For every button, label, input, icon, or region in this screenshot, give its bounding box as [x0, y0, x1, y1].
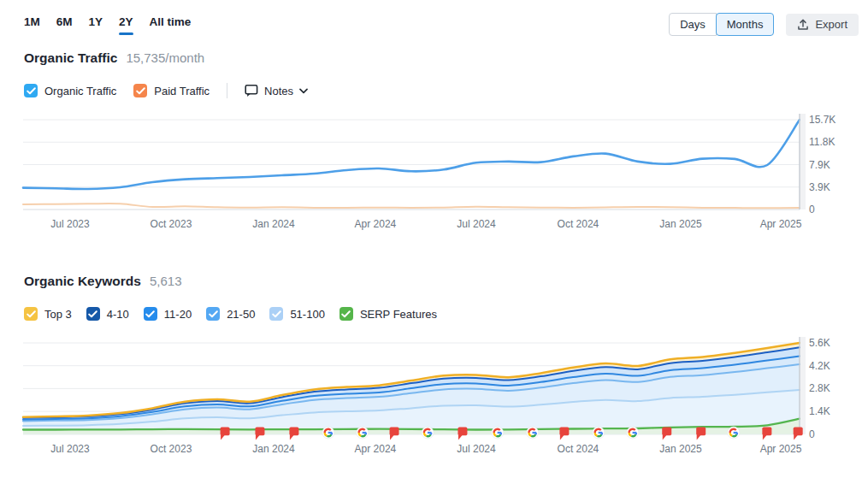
y-axis-label: 2.8K	[809, 382, 830, 394]
legend-item-11-20[interactable]: 11-20	[144, 307, 192, 321]
organic-keywords-header: Organic Keywords 5,613	[24, 274, 182, 289]
organic-traffic-title: Organic Traffic	[24, 50, 117, 66]
organic-traffic-header: Organic Traffic 15,735/month	[24, 50, 204, 66]
x-axis-label: Jan 2024	[252, 218, 295, 230]
note-flag-marker[interactable]	[696, 428, 706, 440]
tab-all-time[interactable]: All time	[150, 15, 192, 32]
x-axis-label: Jan 2025	[659, 443, 702, 455]
x-axis-label: Jul 2024	[457, 443, 496, 455]
legend-label-serp-features: SERP Features	[360, 308, 437, 321]
date-range-tabs: 1M 6M 1Y 2Y All time	[24, 15, 191, 32]
notes-dropdown-button[interactable]: Notes	[245, 84, 308, 97]
chevron-down-icon	[299, 88, 308, 94]
export-label: Export	[815, 17, 847, 32]
google-update-marker[interactable]	[627, 427, 639, 439]
legend-label-51-100: 51-100	[290, 308, 324, 321]
legend-item-4-10[interactable]: 4-10	[86, 307, 129, 321]
note-flag-marker[interactable]	[762, 428, 771, 440]
note-flag-marker[interactable]	[458, 428, 467, 440]
note-flag-marker[interactable]	[255, 428, 264, 440]
tab-6m[interactable]: 6M	[56, 15, 73, 32]
chart-controls: DaysMonths Export	[669, 13, 859, 36]
checkbox-51-100[interactable]	[269, 307, 283, 321]
note-flag-marker[interactable]	[289, 428, 298, 440]
y-axis-label: 1.4K	[809, 405, 830, 417]
export-icon	[797, 19, 809, 31]
tab-1m[interactable]: 1M	[24, 15, 40, 32]
organic-traffic-value: 15,735/month	[126, 50, 204, 65]
tab-2y[interactable]: 2Y	[119, 15, 133, 32]
note-flag-marker[interactable]	[794, 428, 803, 440]
legend-label-21-50: 21-50	[227, 308, 255, 321]
notes-label: Notes	[264, 85, 293, 97]
google-update-marker[interactable]	[728, 427, 740, 439]
checkbox-serp-features[interactable]	[340, 307, 353, 321]
y-axis-label: 3.9K	[809, 181, 830, 193]
google-update-marker[interactable]	[527, 427, 539, 439]
legend-item-organic-traffic[interactable]: Organic Traffic	[24, 84, 116, 97]
google-update-marker[interactable]	[492, 427, 504, 439]
y-axis-label: 0	[809, 204, 815, 215]
x-axis-label: Oct 2024	[558, 443, 599, 455]
legend-label-paid-traffic: Paid Traffic	[154, 85, 210, 97]
legend-label-top-3: Top 3	[44, 308, 72, 321]
paid-traffic-line[interactable]	[23, 204, 800, 208]
legend-item-21-50[interactable]: 21-50	[206, 307, 255, 321]
legend-label-organic-traffic: Organic Traffic	[44, 85, 116, 97]
x-axis-label: Oct 2023	[151, 443, 192, 455]
legend-label-11-20: 11-20	[164, 308, 192, 321]
google-update-marker[interactable]	[322, 427, 334, 439]
google-update-marker[interactable]	[593, 427, 605, 439]
x-axis-label: Apr 2024	[355, 218, 397, 230]
organic-keywords-title: Organic Keywords	[24, 274, 141, 289]
x-axis-label: Jan 2025	[659, 218, 702, 230]
organic-keywords-chart[interactable]: 5.6K4.2K2.8K1.4K0Jul 2023Oct 2023Jan 202…	[0, 332, 868, 467]
note-flag-marker[interactable]	[662, 428, 671, 440]
checkbox-4-10[interactable]	[86, 307, 100, 321]
organic-traffic-chart[interactable]: 15.7K11.8K7.9K3.9K0Jul 2023Oct 2023Jan 2…	[0, 107, 868, 235]
future-shade	[800, 114, 806, 209]
x-axis-label: Oct 2024	[558, 218, 599, 230]
x-axis-label: Jul 2023	[50, 443, 90, 455]
future-shade	[800, 337, 806, 434]
legend-item-paid-traffic[interactable]: Paid Traffic	[133, 84, 210, 97]
x-axis-label: Apr 2025	[760, 218, 802, 230]
months-toggle-button[interactable]: Months	[716, 13, 775, 36]
legend-item-serp-features[interactable]: SERP Features	[340, 307, 437, 321]
keywords-legend: Top 34-1011-2021-5051-100SERP Features	[24, 305, 437, 322]
days-toggle-button[interactable]: Days	[669, 13, 717, 36]
note-flag-marker[interactable]	[559, 428, 569, 440]
y-axis-label: 7.9K	[809, 159, 830, 171]
legend-divider	[227, 83, 227, 98]
y-axis-label: 11.8K	[809, 136, 835, 148]
note-flag-marker[interactable]	[390, 428, 399, 440]
notes-icon	[245, 84, 258, 97]
y-axis-label: 4.2K	[809, 360, 830, 372]
note-flag-marker[interactable]	[221, 428, 230, 440]
legend-label-4-10: 4-10	[107, 308, 129, 321]
x-axis-label: Apr 2024	[355, 443, 397, 455]
checkbox-organic-traffic[interactable]	[24, 84, 38, 97]
granularity-toggle: DaysMonths	[669, 13, 774, 36]
y-axis-label: 15.7K	[809, 114, 836, 126]
google-update-marker[interactable]	[422, 427, 434, 439]
x-axis-label: Jan 2024	[252, 443, 295, 455]
legend-item-51-100[interactable]: 51-100	[269, 307, 324, 321]
google-update-marker[interactable]	[357, 427, 369, 439]
legend-item-top-3[interactable]: Top 3	[24, 307, 72, 321]
x-axis-label: Oct 2023	[151, 218, 192, 230]
checkbox-paid-traffic[interactable]	[133, 84, 147, 97]
organic-traffic-line[interactable]	[23, 120, 800, 189]
y-axis-label: 0	[809, 428, 815, 440]
checkbox-11-20[interactable]	[144, 307, 157, 321]
x-axis-label: Jul 2023	[50, 218, 90, 230]
tab-1y[interactable]: 1Y	[89, 15, 103, 32]
checkbox-top-3[interactable]	[24, 307, 38, 321]
organic-keywords-value: 5,613	[150, 274, 182, 288]
traffic-legend: Organic TrafficPaid Traffic Notes	[24, 82, 308, 99]
checkbox-21-50[interactable]	[206, 307, 220, 321]
y-axis-label: 5.6K	[809, 337, 830, 349]
export-button[interactable]: Export	[786, 14, 859, 36]
x-axis-label: Apr 2025	[760, 443, 802, 455]
x-axis-label: Jul 2024	[457, 218, 496, 230]
